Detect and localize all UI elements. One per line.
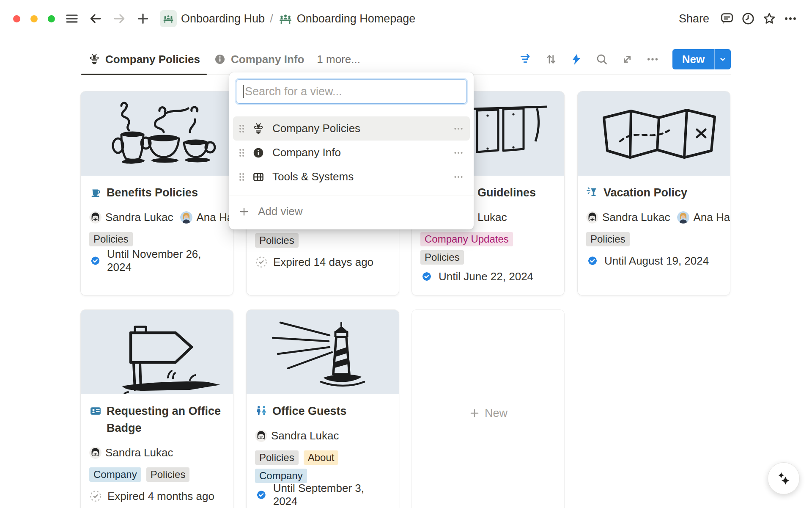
sort-button[interactable] [544, 52, 558, 66]
ellipsis-icon [783, 11, 798, 26]
filter-icon [519, 52, 532, 66]
info-icon [214, 53, 226, 66]
card-title-row: Vacation Policy [586, 184, 721, 201]
id-badge-icon [89, 405, 102, 436]
author-name: Sandra Lukac [271, 429, 339, 442]
view-switcher-menu: Company Policies Company Info [229, 72, 474, 229]
card-status: Until June 22, 2024 [420, 269, 556, 284]
tab-company-policies[interactable]: Company Policies [81, 44, 207, 75]
card-title: Benefits Policies [107, 184, 198, 201]
card-office-guests[interactable]: Office Guests Sandra Lukac Policies Abou… [246, 309, 399, 508]
close-window-button[interactable] [13, 15, 20, 22]
tag-company: Company [89, 467, 141, 482]
chevron-down-icon [717, 54, 728, 65]
card-office-badge[interactable]: Requesting an Office Badge Sandra Lukac … [80, 309, 233, 508]
card-title-row: Requesting an Office Badge [89, 403, 225, 436]
sidebar-menu-button[interactable] [64, 11, 80, 26]
star-icon [762, 11, 776, 26]
avatar-ana [180, 211, 192, 224]
folded-map-illustration [578, 91, 730, 176]
new-button-dropdown[interactable] [715, 54, 731, 65]
card-benefits-policies[interactable]: Benefits Policies Sandra Lukac Ana Ha Po… [80, 91, 233, 295]
tag-policies: Policies [89, 232, 133, 246]
view-item-options-icon[interactable] [453, 123, 464, 134]
more-options-button[interactable] [783, 11, 798, 26]
card-authors: Sandra Lukac [255, 428, 390, 443]
comments-button[interactable] [719, 11, 735, 26]
share-button[interactable]: Share [675, 10, 713, 28]
card-vacation-policy[interactable]: Vacation Policy Sandra Lukac Ana Hau Pol… [577, 91, 730, 295]
signpost-illustration [81, 310, 233, 394]
bee-icon [88, 53, 101, 66]
window-titlebar: Onboarding Hub / Onboarding Homepage Sha… [0, 0, 812, 37]
view-options-button[interactable] [645, 52, 660, 66]
add-view-label: Add view [258, 205, 303, 218]
view-item-label: Tools & Systems [272, 170, 453, 183]
view-item-options-icon[interactable] [453, 171, 464, 182]
add-view-button[interactable]: Add view [233, 199, 470, 224]
plus-icon [239, 206, 250, 217]
expired-check-icon [89, 490, 102, 502]
menu-divider [229, 196, 474, 196]
search-button[interactable] [595, 52, 609, 66]
favorite-button[interactable] [762, 11, 777, 26]
view-search-input[interactable] [236, 79, 467, 104]
view-item-company-policies[interactable]: Company Policies [233, 116, 470, 141]
avatar-sandra [586, 211, 598, 224]
drag-handle-icon[interactable] [239, 124, 245, 133]
clock-icon [741, 11, 755, 26]
new-card-button[interactable]: New [411, 309, 565, 508]
author-name: Sandra Lukac [602, 211, 670, 224]
lighthouse-illustration [247, 310, 399, 394]
history-button[interactable] [741, 11, 756, 26]
forward-arrow-icon [112, 11, 126, 26]
card-status: Until November 26, 2024 [89, 253, 225, 268]
tab-label: Company Policies [105, 53, 200, 66]
author-name: Sandra Lukac [105, 446, 173, 459]
avatar-ana [677, 211, 689, 224]
drag-handle-icon[interactable] [239, 172, 245, 182]
new-button-label: New [672, 53, 714, 66]
table-icon [252, 171, 265, 183]
card-tags: Policies [89, 232, 225, 246]
status-text: Until November 26, 2024 [107, 248, 225, 274]
new-record-button[interactable]: New [672, 49, 731, 69]
back-button[interactable] [88, 11, 103, 26]
coffee-mugs-illustration [81, 91, 233, 176]
sort-arrows-icon [544, 52, 558, 66]
status-text: Expired 14 days ago [273, 256, 373, 269]
tag-company-updates: Company Updates [420, 232, 513, 246]
card-tags: Company Policies [89, 467, 225, 482]
view-item-company-info[interactable]: Company Info [233, 141, 470, 165]
drag-handle-icon[interactable] [239, 148, 245, 157]
expand-view-button[interactable] [620, 52, 634, 66]
meeting-people-icon [278, 11, 293, 26]
minimize-window-button[interactable] [30, 15, 38, 22]
tag-policies: Policies [586, 232, 630, 246]
avatar-sandra [89, 447, 102, 459]
card-tags: Policies About Company [255, 450, 390, 483]
new-page-button[interactable] [135, 11, 151, 26]
breadcrumb-page[interactable]: Onboarding Homepage [275, 10, 419, 28]
info-icon [252, 146, 265, 159]
ai-assistant-button[interactable] [768, 462, 800, 494]
view-item-label: Company Policies [272, 122, 453, 135]
sparkles-icon [775, 469, 793, 487]
search-icon [595, 52, 609, 66]
card-title: Vacation Policy [604, 184, 687, 201]
forward-button[interactable] [112, 11, 127, 26]
text-cursor [243, 85, 244, 98]
view-item-tools-systems[interactable]: Tools & Systems [233, 165, 470, 189]
tab-company-info[interactable]: Company Info [207, 44, 311, 75]
automations-button[interactable] [569, 52, 584, 66]
zoom-window-button[interactable] [48, 15, 55, 22]
tag-policies: Policies [255, 233, 299, 248]
breadcrumb-hub[interactable]: Onboarding Hub [156, 8, 268, 29]
plus-icon [136, 11, 150, 26]
more-views-button[interactable]: 1 more... [311, 44, 366, 75]
avatar-sandra [89, 211, 102, 224]
card-status: Until August 19, 2024 [586, 253, 721, 268]
view-item-options-icon[interactable] [453, 147, 464, 158]
filter-button[interactable] [518, 52, 533, 66]
card-tags: Policies [586, 232, 721, 246]
